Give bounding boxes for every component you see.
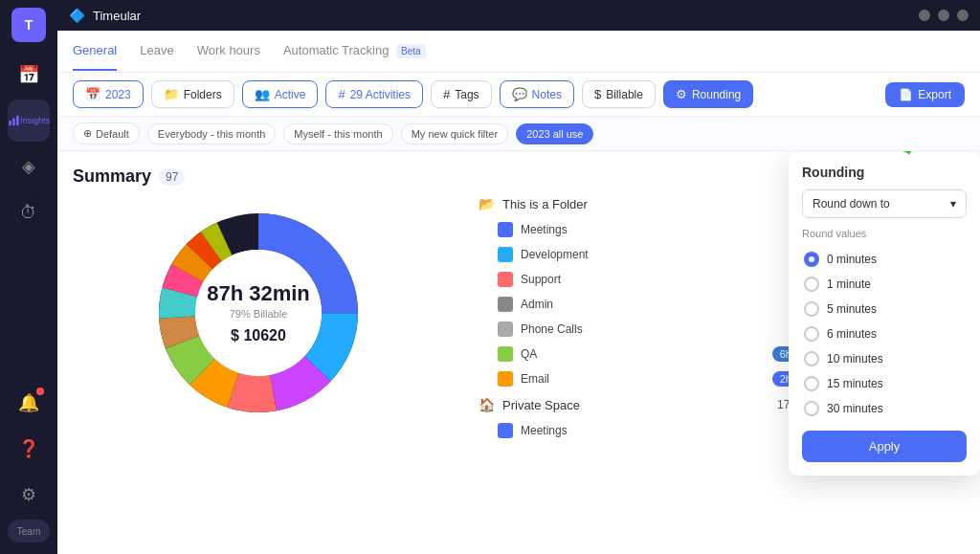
qf-new-filter[interactable]: My new quick filter (401, 123, 508, 144)
popup-select-row: Round down to ▾ (802, 189, 967, 218)
close-button[interactable]: ✕ (957, 10, 969, 21)
sidebar-item-settings[interactable]: ⚙ (8, 474, 50, 516)
private-meetings-color-icon (498, 423, 513, 438)
sidebar-item-location[interactable]: ◈ (8, 145, 50, 188)
radio-15min[interactable]: 15 minutes (802, 371, 967, 396)
qf-default[interactable]: ⊕ Default (73, 122, 140, 144)
sidebar-item-insights[interactable]: Insights (8, 100, 50, 142)
billable-button[interactable]: $ Billable (582, 80, 656, 108)
chevron-down-icon: ▾ (950, 197, 956, 211)
round-values-label: Round values (802, 228, 967, 239)
radio-1min-label: 1 minute (827, 277, 871, 291)
body: Summary 97 (57, 151, 980, 554)
radio-5min-circle (804, 301, 819, 317)
tab-leave[interactable]: Leave (140, 32, 173, 71)
radio-6min[interactable]: 6 minutes (802, 321, 967, 346)
summary-header: Summary 97 (73, 166, 444, 187)
tab-automatic-tracking[interactable]: Automatic Tracking Beta (283, 32, 426, 71)
radio-0min[interactable]: 0 minutes (802, 247, 967, 272)
total-amount: $ 10620 (207, 327, 310, 344)
sidebar-item-clock[interactable]: ⏱ (8, 191, 50, 233)
sidebar-item-help[interactable]: ❓ (8, 428, 50, 470)
rounding-icon: ⚙ (676, 87, 687, 101)
sidebar-item-calendar[interactable]: 📅 (8, 54, 50, 96)
tab-general[interactable]: General (73, 32, 117, 71)
activities-button[interactable]: # 29 Activities (325, 80, 423, 108)
notes-button[interactable]: 💬 Notes (500, 80, 574, 108)
popup-title: Rounding (802, 165, 967, 180)
default-icon: ⊕ (83, 127, 92, 140)
folder-open-icon: 📂 (479, 196, 495, 211)
hash-activities-icon: # (338, 87, 345, 101)
app-logo: T (11, 8, 46, 42)
radio-30min-circle (804, 401, 819, 416)
app-title: Timeular (93, 9, 141, 23)
year-button[interactable]: 📅 2023 (73, 80, 144, 108)
calendar-icon: 📅 (85, 87, 100, 101)
radio-1min[interactable]: 1 minute (802, 272, 967, 297)
rounding-button[interactable]: ⚙ Rounding (663, 80, 753, 108)
qa-color-icon (498, 346, 513, 362)
folder-name-private: Private Space (502, 398, 580, 412)
radio-5min[interactable]: 5 minutes (802, 297, 967, 321)
maximize-button[interactable]: □ (938, 10, 949, 21)
radio-6min-circle (804, 326, 819, 342)
radio-10min[interactable]: 10 minutes (802, 346, 967, 371)
total-time: 87h 32min (207, 281, 310, 306)
svg-rect-0 (9, 121, 11, 125)
tags-button[interactable]: # Tags (431, 80, 492, 108)
donut-chart: 87h 32min 79% Billable $ 10620 (144, 198, 373, 428)
sidebar: T 📅 Insights ◈ ⏱ 🔔 ❓ ⚙ Team (0, 0, 57, 554)
minimize-button[interactable]: ─ (919, 10, 930, 21)
radio-0min-circle (804, 252, 819, 267)
radio-30min-label: 30 minutes (827, 402, 883, 415)
toolbar: 📅 2023 📁 Folders 👥 Active # 29 Activitie… (57, 73, 980, 117)
support-color-icon (498, 272, 513, 287)
folder-icon: 📁 (164, 87, 179, 101)
users-icon: 👥 (255, 87, 270, 101)
activity-email: Email (521, 372, 765, 386)
radio-0min-label: 0 minutes (827, 253, 877, 266)
notification-badge (36, 388, 44, 395)
summary-title: Summary (73, 166, 151, 187)
phone-color-icon (498, 321, 513, 337)
radio-6min-label: 6 minutes (827, 327, 877, 341)
qf-myself[interactable]: Myself - this month (283, 123, 392, 144)
tab-work-hours[interactable]: Work hours (197, 32, 260, 71)
export-button[interactable]: 📄 Export (885, 82, 965, 107)
development-color-icon (498, 247, 513, 262)
radio-5min-label: 5 minutes (827, 302, 877, 316)
svg-rect-2 (16, 116, 19, 125)
activity-qa: QA (521, 347, 765, 361)
active-button[interactable]: 👥 Active (242, 80, 319, 108)
qf-2023-all[interactable]: 2023 all use (516, 123, 593, 144)
tag-icon: # (443, 87, 450, 101)
email-color-icon (498, 371, 513, 387)
apply-button[interactable]: Apply (802, 431, 967, 462)
radio-10min-label: 10 minutes (827, 352, 883, 366)
folder-name-1: This is a Folder (502, 197, 588, 211)
title-bar: 🔷 Timeular ─ □ ✕ (57, 0, 980, 31)
qf-everybody[interactable]: Everybody - this month (147, 123, 277, 144)
quick-filters: ⊕ Default Everybody - this month Myself … (57, 117, 980, 151)
title-bar-left: 🔷 Timeular (69, 8, 141, 23)
admin-color-icon (498, 297, 513, 312)
insights-label: Insights (20, 116, 50, 125)
round-down-select[interactable]: Round down to ▾ (802, 189, 967, 218)
content-area: General Leave Work hours Automatic Track… (57, 31, 980, 554)
tab-bar: General Leave Work hours Automatic Track… (57, 31, 980, 73)
beta-badge: Beta (396, 44, 426, 58)
notes-icon: 💬 (512, 87, 527, 101)
team-badge[interactable]: Team (8, 520, 50, 543)
meetings-color-icon (498, 222, 513, 237)
folders-button[interactable]: 📁 Folders (151, 80, 234, 108)
summary-count: 97 (159, 168, 185, 186)
radio-30min[interactable]: 30 minutes (802, 396, 967, 421)
rounding-popup: ↙ Rounding Round down to ▾ Round values … (789, 151, 980, 476)
main-content: 🔷 Timeular ─ □ ✕ General Leave Work hour… (57, 0, 980, 554)
sidebar-item-bell[interactable]: 🔔 (8, 382, 50, 424)
activity-private-meetings: Meetings (521, 424, 830, 437)
billable-icon: $ (594, 87, 601, 101)
radio-15min-circle (804, 376, 819, 391)
radio-1min-circle (804, 277, 819, 292)
